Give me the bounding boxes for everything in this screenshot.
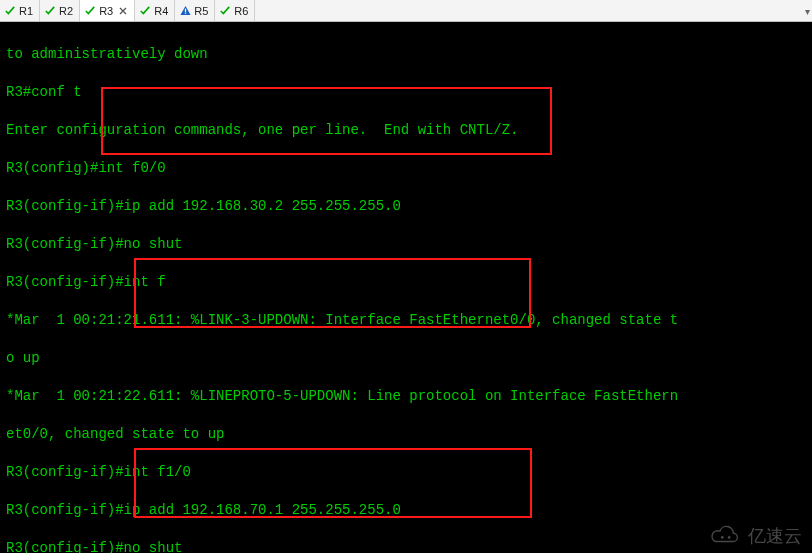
tab-r2[interactable]: R2 <box>40 0 80 21</box>
term-line: R3(config-if)#ip add 192.168.70.1 255.25… <box>6 501 806 520</box>
term-line: to administratively down <box>6 45 806 64</box>
tab-r5[interactable]: R5 <box>175 0 215 21</box>
tab-label: R3 <box>99 5 113 17</box>
svg-rect-0 <box>185 9 186 12</box>
checkmark-icon <box>219 5 231 17</box>
tabbar-scroll-button[interactable]: ▾ <box>805 0 810 22</box>
term-line: R3(config)#int f0/0 <box>6 159 806 178</box>
checkmark-icon <box>44 5 56 17</box>
checkmark-icon <box>139 5 151 17</box>
term-line: o up <box>6 349 806 368</box>
term-line: *Mar 1 00:21:21.611: %LINK-3-UPDOWN: Int… <box>6 311 806 330</box>
tab-r6[interactable]: R6 <box>215 0 255 21</box>
term-line: R3(config-if)#ip add 192.168.30.2 255.25… <box>6 197 806 216</box>
tab-bar: R1R2R3R4R5R6 <box>0 0 812 22</box>
tab-label: R1 <box>19 5 33 17</box>
tab-r4[interactable]: R4 <box>135 0 175 21</box>
term-line: R3(config-if)#int f <box>6 273 806 292</box>
term-line: R3(config-if)#int f1/0 <box>6 463 806 482</box>
checkmark-icon <box>84 5 96 17</box>
term-line: R3(config-if)#no shut <box>6 539 806 553</box>
term-line: R3#conf t <box>6 83 806 102</box>
checkmark-icon <box>4 5 16 17</box>
warning-icon <box>179 5 191 17</box>
svg-rect-1 <box>185 13 186 14</box>
term-line: Enter configuration commands, one per li… <box>6 121 806 140</box>
close-icon[interactable] <box>118 6 128 16</box>
tab-label: R2 <box>59 5 73 17</box>
term-line: *Mar 1 00:21:22.611: %LINEPROTO-5-UPDOWN… <box>6 387 806 406</box>
term-line: et0/0, changed state to up <box>6 425 806 444</box>
tab-r3[interactable]: R3 <box>80 0 135 21</box>
tab-r1[interactable]: R1 <box>0 0 40 21</box>
term-line: R3(config-if)#no shut <box>6 235 806 254</box>
tab-label: R6 <box>234 5 248 17</box>
terminal-output[interactable]: to administratively down R3#conf t Enter… <box>0 22 812 553</box>
tab-label: R5 <box>194 5 208 17</box>
tab-label: R4 <box>154 5 168 17</box>
